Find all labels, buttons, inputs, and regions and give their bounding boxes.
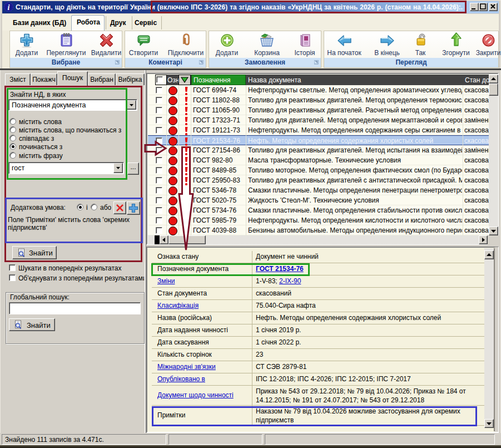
svg-text:i: i xyxy=(8,3,10,12)
